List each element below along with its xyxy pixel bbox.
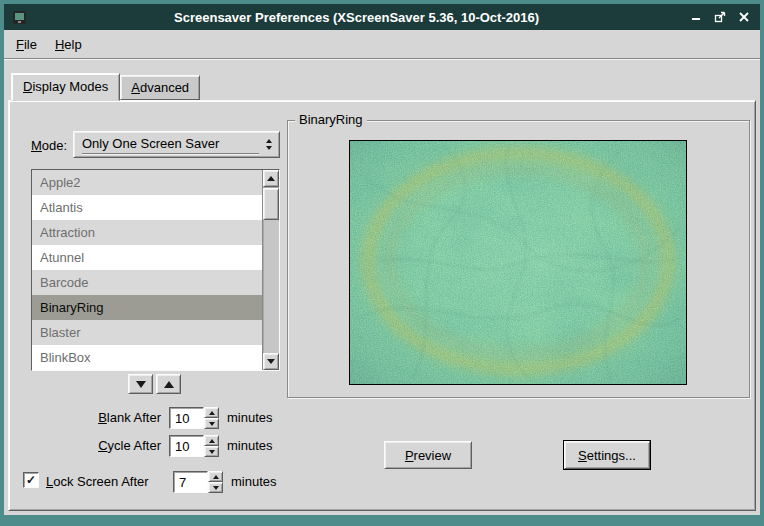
triangle-down-icon [136,381,146,388]
lock-after-unit: minutes [231,474,277,489]
scroll-down-button[interactable] [263,353,279,370]
minimize-icon[interactable] [688,9,704,25]
spin-buttons [204,407,219,429]
triangle-down-icon [266,146,272,150]
list-scrollbar[interactable] [262,170,279,370]
triangle-down-icon [213,486,219,490]
spin-up-button[interactable] [208,471,223,482]
blank-after-label: Blank After [29,410,161,425]
list-item[interactable]: Apple2 [32,170,262,195]
spin-up-button[interactable] [204,435,219,446]
list-item[interactable]: Atlantis [32,195,262,220]
spin-up-button[interactable] [204,407,219,418]
tab-bar: Display Modes Advanced [8,72,756,100]
cycle-after-label: Cycle After [29,438,161,453]
check-icon: ✓ [26,474,36,486]
spin-buttons [208,471,223,493]
list-item[interactable]: BinaryRing [32,295,262,320]
triangle-up-icon [209,439,215,443]
preview-frame: BinaryRing [287,120,750,398]
list-item[interactable]: Attraction [32,220,262,245]
menu-help[interactable]: Help [46,32,91,57]
spin-buttons [204,435,219,457]
titlebar[interactable]: Screensaver Preferences (XScreenSaver 5.… [4,4,760,30]
restore-window-icon[interactable] [712,9,728,25]
cycle-after-unit: minutes [227,438,273,453]
cycle-after-input[interactable]: 10 [169,435,204,457]
preview-button[interactable]: Preview [384,441,472,469]
lock-screen-checkbox[interactable]: ✓ [23,472,39,488]
triangle-up-icon [266,139,272,143]
move-down-button[interactable] [128,374,153,394]
window-body: Screensaver Preferences (XScreenSaver 5.… [4,4,760,515]
blank-after-unit: minutes [227,410,273,425]
list-item[interactable]: BlinkBox [32,345,262,370]
lock-screen-after-label: Lock Screen After [46,474,149,489]
lock-after-input[interactable]: 7 [173,471,208,493]
dropdown-arrows-icon [265,137,273,152]
tab-display-modes[interactable]: Display Modes [11,73,120,101]
list-item[interactable]: Blaster [32,320,262,345]
tab-advanced[interactable]: Advanced [120,75,200,100]
window-controls [688,9,752,25]
menubar: File Help [4,30,760,58]
window-title: Screensaver Preferences (XScreenSaver 5.… [31,10,682,25]
spin-down-button[interactable] [204,446,219,457]
cycle-after-spinbox[interactable]: 10 [169,435,219,457]
menu-file[interactable]: File [7,32,46,57]
mode-select-value: Only One Screen Saver [82,135,259,154]
scrollbar-thumb[interactable] [263,188,279,220]
screensaver-list-rows: Apple2 Atlantis Attraction Atunnel Barco… [32,170,262,370]
list-item[interactable]: Barcode [32,270,262,295]
blank-after-spinbox[interactable]: 10 [169,407,219,429]
triangle-down-icon [209,450,215,454]
window-content: Display Modes Advanced Mode: Only One Sc… [4,60,760,515]
scrollbar-trough[interactable] [263,187,279,353]
triangle-down-icon [209,422,215,426]
list-move-buttons [128,374,181,394]
window-icon [12,10,27,25]
list-item[interactable]: Atunnel [32,245,262,270]
preview-image [349,140,687,385]
display-modes-panel: Mode: Only One Screen Saver Apple2 Atlan… [8,100,756,511]
triangle-down-icon [267,359,275,364]
settings-button[interactable]: Settings... [564,441,650,469]
triangle-up-icon [213,475,219,479]
mode-select[interactable]: Only One Screen Saver [73,131,280,158]
triangle-up-icon [164,381,174,388]
binaryring-art [350,141,686,384]
spin-down-button[interactable] [208,482,223,493]
blank-after-input[interactable]: 10 [169,407,204,429]
move-up-button[interactable] [156,374,181,394]
triangle-up-icon [209,411,215,415]
screensaver-list: Apple2 Atlantis Attraction Atunnel Barco… [31,169,280,371]
close-icon[interactable] [736,9,752,25]
preview-frame-label: BinaryRing [295,112,367,127]
scroll-up-button[interactable] [263,170,279,187]
lock-after-spinbox[interactable]: 7 [173,471,223,493]
triangle-up-icon [267,176,275,181]
mode-label: Mode: [31,138,67,153]
spin-down-button[interactable] [204,418,219,429]
xscreensaver-window: Screensaver Preferences (XScreenSaver 5.… [0,0,764,526]
